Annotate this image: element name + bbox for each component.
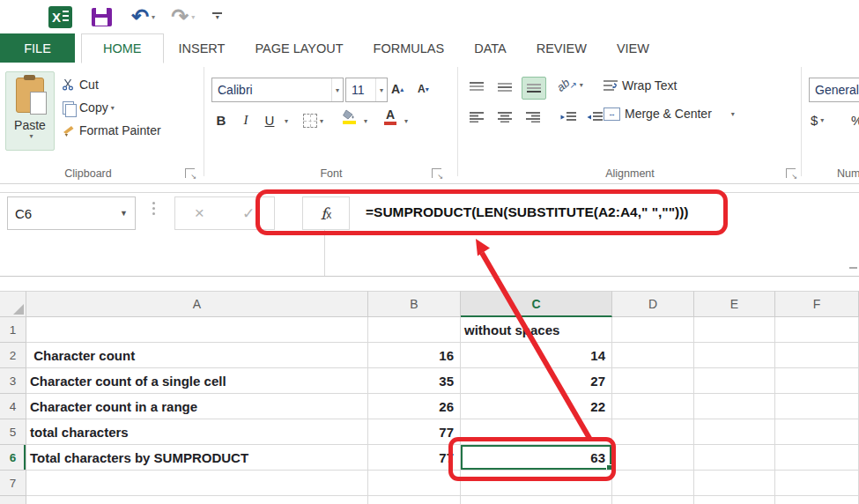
- cell-e3[interactable]: [694, 368, 775, 394]
- accounting-format-button[interactable]: $ ▾: [811, 109, 824, 130]
- undo-dropdown-icon[interactable]: ▾: [152, 13, 155, 21]
- cell-c8[interactable]: [461, 496, 612, 504]
- cell-a3[interactable]: Character count of a single cell: [26, 368, 368, 394]
- cell-d4[interactable]: [612, 394, 694, 419]
- cell-b8[interactable]: [368, 496, 461, 504]
- cell-c7[interactable]: [461, 471, 612, 496]
- row-header-6[interactable]: 6: [0, 445, 26, 471]
- cell-d1[interactable]: [612, 317, 694, 343]
- cell-b6[interactable]: 77: [368, 445, 461, 471]
- cell-b4[interactable]: 26: [368, 394, 461, 419]
- cell-c4[interactable]: 22: [461, 394, 612, 419]
- percent-style-button[interactable]: %: [851, 109, 859, 130]
- clipboard-dialog-launcher[interactable]: [185, 168, 195, 178]
- grow-font-button[interactable]: A▴: [391, 78, 404, 100]
- cell-d2[interactable]: [612, 343, 694, 368]
- orientation-button[interactable]: ab ↗ ▾: [557, 78, 583, 92]
- tab-review[interactable]: REVIEW: [522, 33, 602, 63]
- column-header-a[interactable]: A: [26, 291, 368, 317]
- format-painter-button[interactable]: Format Painter: [60, 119, 161, 142]
- font-name-select[interactable]: Calibri ▾: [211, 78, 344, 102]
- column-header-d[interactable]: D: [612, 291, 694, 317]
- cell-f5[interactable]: [775, 419, 859, 445]
- cell-e1[interactable]: [694, 317, 775, 343]
- font-dialog-launcher[interactable]: [432, 168, 441, 178]
- cell-c1[interactable]: without spaces: [461, 317, 612, 343]
- align-left-button[interactable]: [465, 107, 488, 128]
- customize-quick-access-icon[interactable]: ▾: [212, 12, 222, 21]
- formula-input[interactable]: =SUMPRODUCT(LEN(SUBSTITUTE(A2:A4," ","")…: [366, 196, 689, 228]
- row-header-3[interactable]: 3: [0, 368, 26, 394]
- redo-dropdown-icon[interactable]: ▾: [191, 13, 195, 21]
- tab-insert[interactable]: INSERT: [164, 33, 241, 63]
- select-all-corner[interactable]: [0, 291, 26, 317]
- confirm-icon[interactable]: ✓: [242, 204, 255, 223]
- cell-f3[interactable]: [775, 368, 859, 394]
- cell-b5[interactable]: 77: [368, 419, 461, 445]
- cancel-icon[interactable]: ×: [195, 204, 204, 223]
- redo-icon[interactable]: ↷: [171, 8, 189, 26]
- row-header-8[interactable]: 8: [0, 496, 26, 504]
- fill-color-button[interactable]: [342, 109, 356, 124]
- font-color-button[interactable]: A: [384, 109, 396, 125]
- cell-f6[interactable]: [775, 445, 859, 471]
- underline-button[interactable]: U: [263, 109, 277, 130]
- cell-f7[interactable]: [775, 471, 859, 496]
- borders-button[interactable]: ▾: [303, 114, 323, 128]
- top-align-button[interactable]: [465, 77, 488, 98]
- cell-a1[interactable]: [26, 317, 368, 343]
- tab-home[interactable]: HOME: [81, 33, 164, 63]
- paste-button[interactable]: Paste ▾: [5, 71, 55, 151]
- cell-b2[interactable]: 16: [368, 343, 461, 368]
- column-header-b[interactable]: B: [368, 291, 461, 317]
- cell-f8[interactable]: [775, 496, 859, 504]
- tab-data[interactable]: DATA: [459, 33, 522, 63]
- bottom-align-button[interactable]: [522, 77, 546, 100]
- excel-app-icon[interactable]: X: [48, 6, 72, 28]
- italic-button[interactable]: I: [240, 109, 252, 130]
- cut-button[interactable]: Cut: [60, 73, 161, 96]
- cell-b3[interactable]: 35: [368, 368, 461, 394]
- alignment-dialog-launcher[interactable]: [786, 168, 796, 178]
- align-right-button[interactable]: [522, 107, 544, 128]
- cell-f1[interactable]: [775, 317, 859, 343]
- cell-e7[interactable]: [694, 471, 775, 496]
- cell-a8[interactable]: [26, 496, 368, 504]
- align-center-button[interactable]: [493, 107, 516, 128]
- chevron-down-icon[interactable]: ▾: [404, 117, 408, 125]
- font-size-select[interactable]: 11 ▾: [345, 78, 388, 102]
- insert-function-button[interactable]: fx: [302, 196, 350, 230]
- cell-b7[interactable]: [368, 471, 461, 496]
- cell-b1[interactable]: [368, 317, 461, 343]
- tab-formulas[interactable]: FORMULAS: [359, 33, 460, 63]
- row-header-2[interactable]: 2: [0, 343, 26, 368]
- cell-c3[interactable]: 27: [461, 368, 612, 394]
- cell-d3[interactable]: [612, 368, 694, 394]
- middle-align-button[interactable]: [493, 77, 516, 98]
- cell-c6-selected[interactable]: 63: [461, 445, 612, 471]
- name-box[interactable]: C6 ▼: [7, 196, 136, 230]
- cell-d6[interactable]: [612, 445, 694, 471]
- cell-d7[interactable]: [612, 471, 694, 496]
- cell-d8[interactable]: [612, 496, 694, 504]
- cell-e5[interactable]: [694, 419, 775, 445]
- merge-center-button[interactable]: ↔ Merge & Center ▾: [604, 107, 735, 121]
- cell-e2[interactable]: [694, 343, 775, 368]
- wrap-text-button[interactable]: Wrap Text: [604, 78, 678, 93]
- chevron-down-icon[interactable]: ▾: [285, 117, 288, 125]
- column-header-f[interactable]: F: [775, 291, 859, 317]
- bold-button[interactable]: B: [213, 109, 229, 130]
- row-header-1[interactable]: 1: [0, 317, 26, 343]
- cell-a6[interactable]: Total characters by SUMPRODUCT: [26, 445, 368, 471]
- chevron-down-icon[interactable]: ▾: [364, 117, 367, 125]
- number-format-select[interactable]: General: [809, 78, 859, 102]
- cell-f2[interactable]: [775, 343, 859, 368]
- undo-icon[interactable]: ↶: [131, 8, 149, 26]
- cell-e4[interactable]: [694, 394, 775, 419]
- cell-a7[interactable]: [26, 471, 368, 496]
- cell-e6[interactable]: [694, 445, 775, 471]
- tab-view[interactable]: VIEW: [602, 33, 664, 63]
- row-header-7[interactable]: 7: [0, 471, 26, 496]
- formula-bar-expand-icon[interactable]: [849, 263, 857, 269]
- cell-a4[interactable]: Character count in a range: [26, 394, 368, 419]
